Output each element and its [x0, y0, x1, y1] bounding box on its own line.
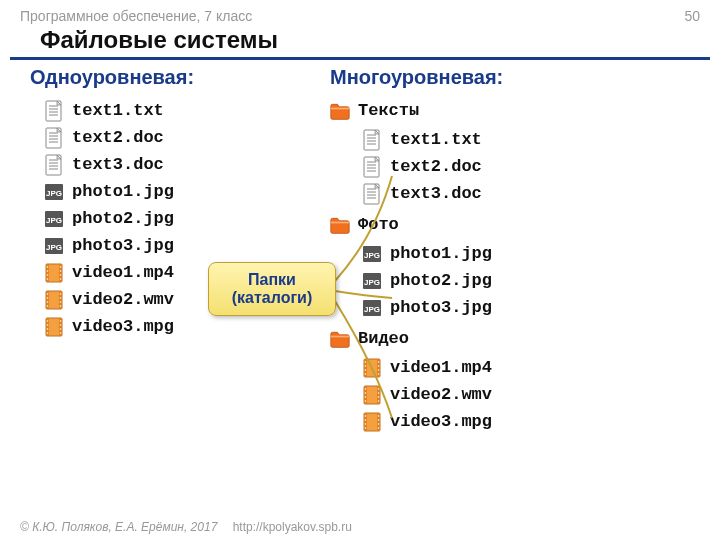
- file-name: video3.mpg: [72, 317, 174, 336]
- footer: © К.Ю. Поляков, Е.А. Ерёмин, 2017 http:/…: [20, 520, 352, 534]
- file-row: photo2.jpg: [362, 267, 710, 294]
- file-row: text1.txt: [44, 97, 290, 124]
- jpg-icon: [44, 181, 64, 203]
- jpg-icon: [44, 235, 64, 257]
- tree-heading: Многоуровневая:: [330, 66, 710, 89]
- callout-line2: (каталоги): [232, 289, 313, 307]
- vid-icon: [44, 289, 64, 311]
- vid-icon: [44, 316, 64, 338]
- txt-icon: [44, 127, 64, 149]
- file-row: text3.doc: [44, 151, 290, 178]
- file-row: text3.doc: [362, 180, 710, 207]
- callout-line1: Папки: [248, 271, 296, 289]
- page-title: Файловые системы: [10, 26, 710, 60]
- file-name: text2.doc: [72, 128, 164, 147]
- file-name: video1.mp4: [72, 263, 174, 282]
- subject-label: Программное обеспечение, 7 класс: [20, 8, 252, 24]
- file-name: text1.txt: [72, 101, 164, 120]
- footer-url: http://kpolyakov.spb.ru: [233, 520, 352, 534]
- file-row: photo2.jpg: [44, 205, 290, 232]
- page-number: 50: [684, 8, 700, 24]
- file-row: photo3.jpg: [44, 232, 290, 259]
- folder-icon: [330, 100, 350, 122]
- flat-column: Одноуровневая: text1.txt text2.doc text3…: [10, 66, 290, 439]
- file-row: text1.txt: [362, 126, 710, 153]
- file-row: photo3.jpg: [362, 294, 710, 321]
- file-row: text2.doc: [362, 153, 710, 180]
- vid-icon: [44, 262, 64, 284]
- file-row: photo1.jpg: [362, 240, 710, 267]
- file-name: photo3.jpg: [72, 236, 174, 255]
- flat-heading: Одноуровневая:: [30, 66, 290, 89]
- file-row: video3.mpg: [44, 313, 290, 340]
- file-row: video3.mpg: [362, 408, 710, 435]
- file-row: video2.wmv: [362, 381, 710, 408]
- callout-bubble: Папки (каталоги): [208, 262, 336, 316]
- file-row: photo1.jpg: [44, 178, 290, 205]
- slide-header: Программное обеспечение, 7 класс 50: [0, 0, 720, 26]
- txt-icon: [44, 154, 64, 176]
- file-row: text2.doc: [44, 124, 290, 151]
- folder-name: Тексты: [358, 101, 419, 120]
- file-name: photo1.jpg: [72, 182, 174, 201]
- file-name: photo2.jpg: [72, 209, 174, 228]
- file-name: video2.wmv: [72, 290, 174, 309]
- jpg-icon: [44, 208, 64, 230]
- file-name: text3.doc: [72, 155, 164, 174]
- file-row: video1.mp4: [362, 354, 710, 381]
- txt-icon: [44, 100, 64, 122]
- copyright: © К.Ю. Поляков, Е.А. Ерёмин, 2017: [20, 520, 217, 534]
- folder-row: Тексты: [330, 97, 710, 124]
